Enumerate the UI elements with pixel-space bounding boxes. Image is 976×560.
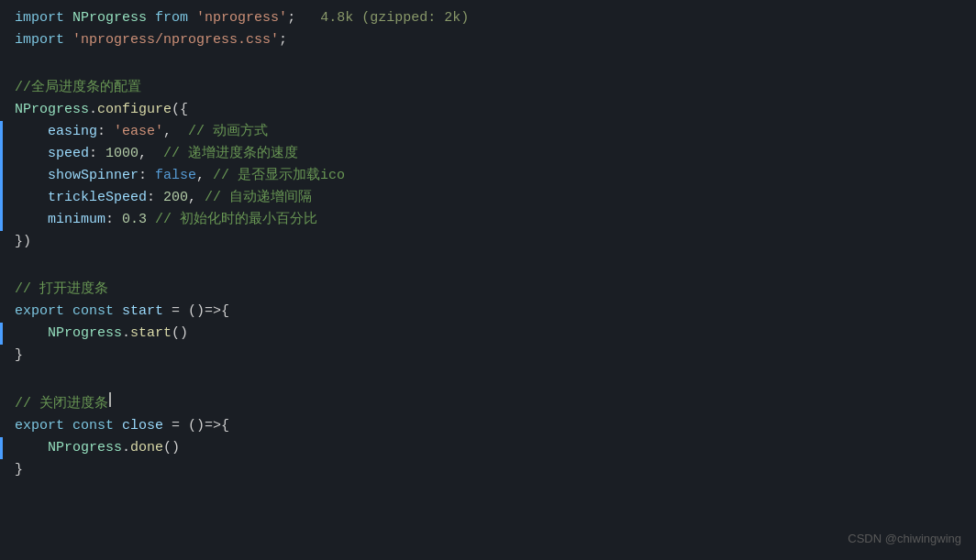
keyword-const: const [72,301,114,323]
arrow-fn2: ()=>{ [188,415,229,437]
code-line-4: //全局进度条的配置 [0,77,976,99]
var-close: close [122,415,163,437]
size-hint: 4.8k (gzipped: 2k) [320,7,469,29]
keyword-from: from [155,7,188,29]
closing-brace-3: } [15,459,23,481]
code-line-2: import 'nprogress/nprogress.css' ; [0,29,976,51]
closing-brace: }) [15,231,31,253]
comment-open-progress: // 打开进度条 [15,279,108,301]
code-line-16: } [0,345,976,367]
string-css: 'nprogress/nprogress.css' [72,29,279,51]
fn-configure: configure [97,99,172,121]
prop-showspinner: showSpinner [15,165,139,187]
comment-global-config: //全局进度条的配置 [15,77,141,99]
comment-speed: // 递增进度条的速度 [163,143,298,165]
code-line-1: import NProgress from 'nprogress' ; 4.8k… [0,7,976,29]
code-line-18: // 关闭进度条 [0,392,976,415]
code-line-empty1 [0,51,976,77]
var-start: start [122,301,163,323]
code-line-10: minimum : 0.3 // 初始化时的最小百分比 [0,209,976,231]
comment-tricklespeed: // 自动递增间隔 [205,187,312,209]
val-ease: 'ease' [114,121,163,143]
prop-speed: speed [15,143,89,165]
fn-done: done [130,437,163,459]
arrow-fn: ()=>{ [188,301,229,323]
code-line-19: export const close = ()=>{ [0,415,976,437]
pkg-nprogress-3: NProgress [15,323,122,345]
code-line-20: NProgress . done () [0,437,976,459]
code-line-13: // 打开进度条 [0,279,976,301]
code-line-5: NProgress . configure ({ [0,99,976,121]
code-line-21: } [0,459,976,481]
code-line-15: NProgress . start () [0,323,976,345]
keyword-import: import [15,7,64,29]
package-nprogress: NProgress [72,7,147,29]
keyword-export: export [15,301,64,323]
code-line-empty3 [0,367,976,392]
code-editor: import NProgress from 'nprogress' ; 4.8k… [0,0,976,560]
code-line-14: export const start = ()=>{ [0,301,976,323]
prop-easing: easing [15,121,97,143]
keyword-export2: export [15,415,64,437]
prop-minimum: minimum [15,209,105,231]
pkg-nprogress-4: NProgress [15,437,122,459]
code-line-6: easing : 'ease' , // 动画方式 [0,121,976,143]
comment-easing: // 动画方式 [188,121,268,143]
code-line-9: trickleSpeed : 200 , // 自动递增间隔 [0,187,976,209]
pkg-nprogress-2: NProgress [15,99,89,121]
code-line-8: showSpinner : false , // 是否显示加载ico [0,165,976,187]
code-line-7: speed : 1000 , // 递增进度条的速度 [0,143,976,165]
code-line-empty2 [0,253,976,279]
comment-showspinner: // 是否显示加载ico [213,165,345,187]
val-false: false [155,165,196,187]
val-200: 200 [163,187,188,209]
val-03: 0.3 [122,209,147,231]
comment-minimum: // 初始化时的最小百分比 [155,209,317,231]
comment-close-progress: // 关闭进度条 [15,393,108,415]
string-nprogress: 'nprogress' [196,7,287,29]
prop-tricklespeed: trickleSpeed [15,187,147,209]
code-line-11: }) [0,231,976,253]
keyword-const2: const [72,415,114,437]
keyword-import2: import [15,29,64,51]
val-1000: 1000 [105,143,139,165]
text-cursor [109,392,111,407]
watermark: CSDN @chiwingwing [848,530,961,549]
closing-brace-2: } [15,345,23,367]
fn-start: start [130,323,172,345]
